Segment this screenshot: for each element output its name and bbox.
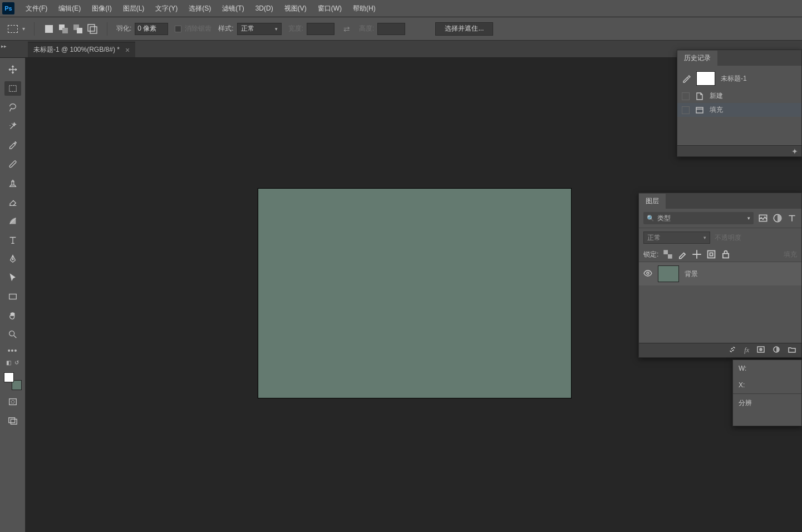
- history-step[interactable]: 新建: [677, 89, 801, 103]
- menu-image[interactable]: 图像(I): [86, 2, 117, 16]
- document-canvas[interactable]: [258, 189, 571, 398]
- style-value: 正常: [241, 24, 254, 33]
- menu-window[interactable]: 窗口(W): [312, 2, 347, 16]
- menu-select[interactable]: 选择(S): [183, 2, 217, 16]
- rectangle-tool[interactable]: [4, 289, 21, 304]
- history-snapshot-row[interactable]: 未标题-1: [677, 68, 801, 89]
- history-step[interactable]: 填充: [677, 103, 801, 117]
- foreground-color-swatch[interactable]: [4, 372, 14, 382]
- hand-tool[interactable]: [4, 308, 21, 323]
- svg-rect-2: [62, 28, 68, 33]
- document-tab[interactable]: 未标题-1 @ 100%(RGB/8#) * ×: [28, 42, 135, 57]
- info-x-label: X:: [733, 377, 801, 393]
- chevron-down-icon: ▾: [275, 26, 278, 32]
- layer-visibility-icon[interactable]: [643, 269, 652, 279]
- layer-thumbnail: [658, 265, 679, 282]
- selection-add-icon[interactable]: [58, 23, 69, 35]
- options-bar: ▾ 羽化: 消除锯齿 样式: 正常 ▾ 宽度: ⇄ 高度: 选择并遮住...: [0, 17, 802, 41]
- brush-tool[interactable]: [4, 157, 21, 171]
- filter-type-icon[interactable]: [787, 213, 797, 223]
- eraser-tool[interactable]: [4, 195, 21, 209]
- svg-rect-4: [77, 28, 82, 33]
- menu-filter[interactable]: 滤镜(T): [217, 2, 249, 16]
- eyedropper-tool[interactable]: [4, 138, 21, 152]
- menu-view[interactable]: 视图(V): [279, 2, 312, 16]
- chevron-down-icon: ▾: [747, 215, 750, 221]
- selection-intersect-icon[interactable]: [87, 23, 98, 35]
- layers-panel: 图层 🔍 类型 ▾ 正常 ▾ 不透明度 锁定: 填充 背景 fx: [638, 193, 802, 358]
- svg-point-12: [11, 400, 14, 403]
- screen-mode-tool[interactable]: [4, 413, 21, 428]
- default-colors-icon[interactable]: ◧: [6, 359, 11, 366]
- height-label: 高度:: [359, 24, 374, 33]
- close-tab-icon[interactable]: ×: [125, 46, 130, 55]
- layer-filter-label: 类型: [657, 214, 671, 223]
- lasso-tool[interactable]: [4, 100, 21, 115]
- menu-file[interactable]: 文件(F): [20, 2, 53, 16]
- width-input: [307, 23, 334, 35]
- layer-filter-type[interactable]: 🔍 类型 ▾: [643, 212, 754, 224]
- svg-point-10: [9, 331, 14, 336]
- new-snapshot-icon[interactable]: ✦: [791, 147, 798, 156]
- lock-all-icon[interactable]: [721, 249, 731, 259]
- document-tab-title: 未标题-1 @ 100%(RGB/8#) *: [33, 45, 120, 55]
- svg-rect-0: [45, 25, 53, 33]
- selection-subtract-icon[interactable]: [72, 23, 83, 35]
- fill-icon: [695, 106, 704, 115]
- layer-group-icon[interactable]: [788, 346, 796, 355]
- selection-new-icon[interactable]: [43, 23, 55, 35]
- menu-3d[interactable]: 3D(D): [250, 2, 279, 14]
- lock-position-icon[interactable]: [692, 249, 702, 259]
- link-layers-icon[interactable]: [729, 346, 736, 355]
- layer-row[interactable]: 背景: [639, 262, 801, 285]
- svg-rect-13: [8, 418, 14, 423]
- magic-wand-tool[interactable]: [4, 119, 21, 134]
- move-tool[interactable]: [4, 62, 21, 77]
- svg-rect-11: [9, 399, 16, 405]
- info-width-label: W:: [733, 360, 801, 377]
- select-and-mask-button[interactable]: 选择并遮住...: [435, 22, 493, 36]
- feather-input[interactable]: [135, 23, 168, 35]
- filter-pixel-icon[interactable]: [758, 213, 768, 223]
- antialias-checkbox: [175, 26, 181, 32]
- svg-rect-7: [9, 86, 16, 92]
- rectangular-marquee-tool[interactable]: [4, 81, 21, 96]
- antialias-label: 消除锯齿: [185, 24, 211, 33]
- collapse-toolbar-icon[interactable]: ▸▸: [1, 43, 7, 49]
- layer-style-icon[interactable]: fx: [744, 346, 749, 354]
- lock-pixels-icon[interactable]: [677, 249, 687, 259]
- blend-mode-select[interactable]: 正常 ▾: [643, 231, 710, 244]
- app-logo: Ps: [2, 2, 14, 14]
- menu-bar: Ps 文件(F) 编辑(E) 图像(I) 图层(L) 文字(Y) 选择(S) 滤…: [0, 0, 802, 17]
- history-panel-footer: ✦: [677, 145, 801, 156]
- menu-layer[interactable]: 图层(L): [117, 2, 150, 16]
- lock-transparency-icon[interactable]: [663, 249, 673, 259]
- tool-preset[interactable]: ▾: [8, 25, 25, 33]
- quick-mask-tool[interactable]: [4, 395, 21, 409]
- foreground-background-colors[interactable]: [4, 372, 22, 390]
- swap-colors-icon[interactable]: ↺: [14, 359, 19, 366]
- path-selection-tool[interactable]: [4, 270, 21, 285]
- history-brush-icon: [682, 74, 691, 83]
- layers-panel-tab[interactable]: 图层: [639, 194, 666, 209]
- clone-stamp-tool[interactable]: [4, 176, 21, 190]
- zoom-tool[interactable]: [4, 327, 21, 342]
- gradient-tool[interactable]: [4, 214, 21, 228]
- feather-label: 羽化:: [116, 24, 131, 33]
- menu-edit[interactable]: 编辑(E): [53, 2, 86, 16]
- menu-type[interactable]: 文字(Y): [150, 2, 183, 16]
- history-panel-tab[interactable]: 历史记录: [677, 51, 717, 66]
- fill-label: 填充: [784, 250, 797, 259]
- adjustment-layer-icon[interactable]: [773, 346, 780, 355]
- svg-point-8: [12, 259, 13, 260]
- svg-rect-14: [11, 419, 17, 424]
- menu-help[interactable]: 帮助(H): [347, 2, 381, 16]
- history-step-label: 新建: [710, 91, 723, 101]
- edit-toolbar-icon[interactable]: •••: [8, 346, 18, 355]
- type-tool[interactable]: [4, 233, 21, 247]
- pen-tool[interactable]: [4, 252, 21, 266]
- lock-artboard-icon[interactable]: [706, 249, 716, 259]
- layer-mask-icon[interactable]: [757, 346, 765, 355]
- style-select[interactable]: 正常 ▾: [237, 23, 282, 35]
- filter-adjustment-icon[interactable]: [773, 213, 783, 223]
